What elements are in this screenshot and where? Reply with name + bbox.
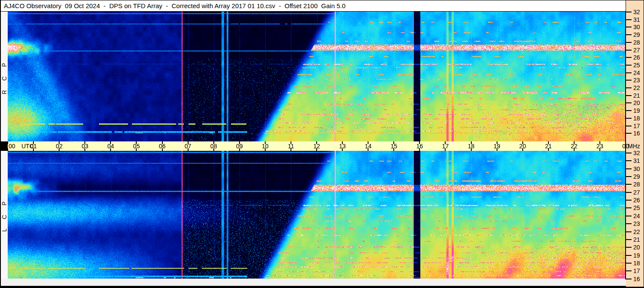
time-hour-label: 23 xyxy=(596,143,603,150)
freq-tick xyxy=(625,207,632,208)
freq-tick xyxy=(625,168,632,169)
freq-tick xyxy=(625,65,632,66)
time-hour-label: 07 xyxy=(185,143,192,150)
freq-tick xyxy=(625,223,632,224)
time-hour-label: 02 xyxy=(56,143,63,150)
time-hour-label: 04 xyxy=(108,143,114,150)
utc-axis-label: UTC xyxy=(21,143,34,150)
freq-tick-label: 23 xyxy=(633,220,640,227)
freq-tick-label: 18 xyxy=(633,115,640,122)
time-hour-label: 21 xyxy=(545,143,552,150)
freq-tick-label: 17 xyxy=(633,267,640,274)
freq-tick-label: 29 xyxy=(633,173,640,180)
freq-tick-label: 28 xyxy=(633,39,640,46)
freq-tick-label: 24 xyxy=(633,69,640,76)
freq-tick-label: 19 xyxy=(633,107,640,114)
polarization-label-lcp: L C P xyxy=(1,151,8,279)
freq-tick-label: 16 xyxy=(633,276,640,282)
spectrogram-lcp-canvas xyxy=(8,151,626,279)
time-hour-label: 11 xyxy=(288,143,294,150)
freq-tick xyxy=(625,176,632,177)
time-hour-label: 15 xyxy=(390,143,397,150)
freq-tick xyxy=(625,239,632,240)
freq-tick xyxy=(625,200,632,201)
time-hour-label: 20 xyxy=(519,143,526,150)
time-hour-label: 17 xyxy=(442,143,449,150)
freq-tick-label: 17 xyxy=(633,123,640,129)
spectrogram-window: AJ4CO Observatory 09 Oct 2024 - DPS on T… xyxy=(0,0,644,288)
time-hour-label: 22 xyxy=(571,143,578,150)
freq-tick xyxy=(625,34,632,35)
freq-tick xyxy=(625,57,632,58)
time-hour-label: 05 xyxy=(133,143,140,150)
freq-tick xyxy=(625,255,632,256)
freq-tick xyxy=(625,72,632,73)
time-hour-label: 00 xyxy=(9,143,15,150)
freq-tick-label: 22 xyxy=(633,228,640,235)
freq-tick-label: 16 xyxy=(633,130,640,137)
freq-tick xyxy=(625,80,632,81)
freq-tick-label: 32 xyxy=(633,150,640,156)
freq-tick-label: 20 xyxy=(633,99,640,106)
freq-tick xyxy=(625,263,632,264)
freq-tick xyxy=(625,133,632,134)
freq-tick xyxy=(625,153,632,153)
freq-tick-label: 32 xyxy=(633,9,640,15)
title-bar: AJ4CO Observatory 09 Oct 2024 - DPS on T… xyxy=(1,0,626,11)
time-hour-label: 18 xyxy=(468,143,475,150)
freq-tick xyxy=(625,19,632,20)
time-hour-label: 06 xyxy=(159,143,166,150)
freq-tick-label: 26 xyxy=(633,54,640,61)
freq-tick xyxy=(625,184,632,185)
freq-tick xyxy=(625,110,632,111)
freq-tick xyxy=(625,247,632,248)
freq-tick-label: 30 xyxy=(633,165,640,172)
window-title: AJ4CO Observatory 09 Oct 2024 - DPS on T… xyxy=(4,2,345,9)
freq-tick-label: 24 xyxy=(633,213,640,219)
freq-tick xyxy=(625,50,632,51)
time-axis-bar: 0001020304050607080910111213141516171819… xyxy=(8,141,626,151)
time-hour-label: 16 xyxy=(416,143,423,150)
time-hour-label: 14 xyxy=(365,143,371,150)
freq-tick-label: 18 xyxy=(633,260,640,267)
freq-tick-label: 28 xyxy=(633,181,640,188)
time-tick xyxy=(7,148,8,151)
time-hour-label: 19 xyxy=(494,143,500,150)
freq-tick-label: 22 xyxy=(633,84,640,91)
time-hour-label: 13 xyxy=(339,143,346,150)
freq-tick xyxy=(625,160,632,161)
freq-tick-label: 25 xyxy=(633,204,640,211)
lcp-label-text: L C P xyxy=(1,198,8,232)
spectrogram-rcp-canvas xyxy=(8,12,626,141)
rcp-label-text: R C P xyxy=(1,59,8,94)
time-hour-label: 08 xyxy=(210,143,217,150)
freq-tick xyxy=(625,279,632,279)
freq-tick-label: 23 xyxy=(633,77,640,84)
freq-tick xyxy=(625,95,632,96)
freq-tick-label: 21 xyxy=(633,236,640,243)
freq-tick-label: 21 xyxy=(633,92,640,99)
time-hour-label: 03 xyxy=(81,143,88,150)
freq-tick-label: 26 xyxy=(633,197,640,204)
freq-tick-label: 29 xyxy=(633,31,640,38)
freq-tick xyxy=(625,192,632,193)
freq-tick-label: 27 xyxy=(633,47,640,54)
freq-tick-label: 25 xyxy=(633,62,640,69)
freq-tick xyxy=(625,87,632,88)
freq-tick-label: 30 xyxy=(633,24,640,30)
freq-tick xyxy=(625,27,632,27)
freq-tick-label: 31 xyxy=(633,157,640,164)
freq-tick xyxy=(625,126,632,126)
polarization-label-rcp: R C P xyxy=(1,12,8,141)
freq-tick-label: 20 xyxy=(633,244,640,251)
freq-tick xyxy=(625,102,632,103)
freq-tick xyxy=(625,270,632,271)
freq-tick-label: 31 xyxy=(633,16,640,23)
freq-tick xyxy=(625,42,632,43)
freq-tick xyxy=(625,12,632,12)
bottom-margin-strip xyxy=(1,279,626,286)
freq-tick-label: 27 xyxy=(633,189,640,196)
freq-tick xyxy=(625,216,632,216)
time-tick xyxy=(7,141,8,144)
freq-tick xyxy=(625,118,632,119)
